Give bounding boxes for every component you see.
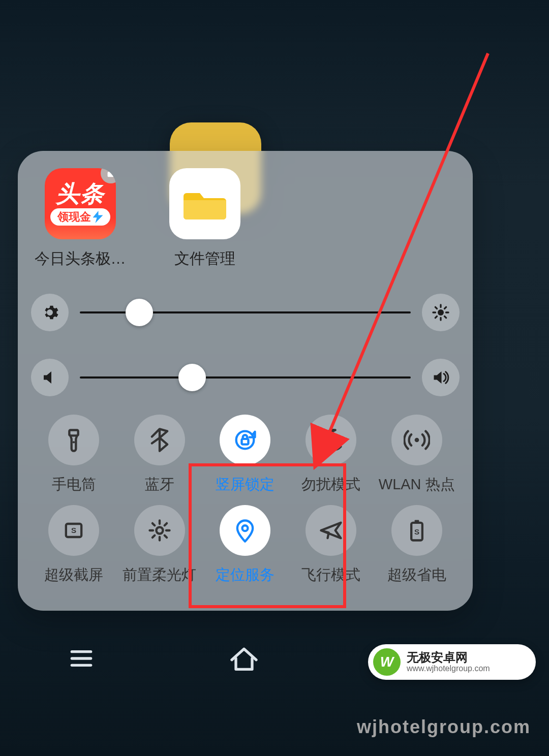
svg-rect-12: [242, 439, 249, 445]
rotation-lock-icon: [232, 427, 258, 453]
toggle-flashlight[interactable]: 手电筒: [31, 415, 117, 495]
watermark-logo-icon: W: [373, 648, 401, 676]
wallpaper: 头条 领现金 今日头条极…: [0, 0, 549, 756]
svg-text:S: S: [414, 527, 419, 536]
toggle-label: 超级截屏: [44, 565, 103, 585]
svg-point-13: [414, 438, 419, 443]
nav-recents-button[interactable]: [65, 642, 98, 677]
toggle-label: 蓝牙: [145, 475, 174, 495]
bluetooth-icon: [146, 427, 173, 453]
watermark-chip: W 无极安卓网 www.wjhotelgroup.com: [368, 644, 536, 680]
svg-point-10: [73, 441, 75, 443]
volume-mute-button[interactable]: [31, 359, 69, 396]
battery-saver-icon: S: [404, 517, 430, 544]
app-toutiao[interactable]: 头条 领现金 今日头条极…: [38, 168, 122, 269]
flashlight-icon: [60, 427, 87, 453]
toggle-rotation-lock[interactable]: 竖屏锁定: [202, 415, 288, 495]
toggle-screenshot[interactable]: S 超级截屏: [31, 505, 117, 585]
toggle-power-saving[interactable]: S 超级省电: [374, 505, 460, 585]
svg-line-21: [152, 523, 155, 525]
toggle-bluetooth[interactable]: 蓝牙: [117, 415, 203, 495]
volume-slider[interactable]: [80, 359, 411, 396]
svg-rect-27: [414, 520, 419, 522]
toggle-location[interactable]: 定位服务: [202, 505, 288, 585]
watermark-url: wjhotelgroup.com: [357, 716, 531, 738]
brightness-slider[interactable]: [80, 294, 411, 331]
svg-line-8: [445, 307, 446, 308]
toggle-label: WLAN 热点: [379, 475, 455, 495]
volume-row: [31, 359, 460, 396]
folder-icon: [169, 168, 240, 239]
brightness-row: [31, 294, 460, 331]
toggle-label: 前置柔光灯: [123, 565, 196, 585]
toggle-label: 手电筒: [52, 475, 96, 495]
home-icon: [228, 642, 260, 675]
settings-button[interactable]: [31, 294, 69, 331]
volume-max-button[interactable]: [422, 359, 460, 396]
quick-settings-panel: 头条 领现金 今日头条极…: [18, 151, 473, 611]
toggle-label: 竖屏锁定: [216, 475, 274, 495]
toutiao-logo-text: 头条: [56, 182, 105, 205]
location-pin-icon: [232, 517, 258, 544]
brightness-max-button[interactable]: [422, 294, 460, 331]
svg-line-22: [165, 536, 167, 538]
volume-high-icon: [432, 368, 450, 387]
toggle-hotspot[interactable]: WLAN 热点: [374, 415, 460, 495]
toggle-label: 超级省电: [387, 565, 446, 585]
toggles-grid: 手电筒 蓝牙 竖屏锁定 勿扰模式 WLAN 热点 S 超级截屏: [31, 415, 460, 585]
app-file-manager[interactable]: 文件管理: [163, 168, 247, 269]
hotspot-icon: [404, 427, 430, 453]
watermark-subtitle: www.wjhotelgroup.com: [407, 664, 490, 673]
svg-line-6: [445, 317, 446, 318]
svg-point-0: [438, 309, 444, 316]
recent-apps-row: 头条 领现金 今日头条极…: [31, 168, 460, 269]
toggle-front-light[interactable]: 前置柔光灯: [117, 505, 203, 585]
app-icon-toutiao: 头条 领现金: [45, 168, 116, 239]
app-label: 文件管理: [174, 248, 235, 269]
airplane-icon: [318, 517, 344, 544]
toggle-dnd[interactable]: 勿扰模式: [288, 415, 374, 495]
front-light-icon: [146, 517, 173, 544]
svg-point-25: [242, 525, 248, 531]
toggle-label: 定位服务: [216, 565, 274, 585]
brightness-icon: [432, 303, 450, 322]
toggle-airplane[interactable]: 飞行模式: [288, 505, 374, 585]
svg-line-23: [152, 536, 155, 538]
svg-line-7: [435, 317, 437, 318]
svg-point-16: [156, 527, 163, 534]
svg-text:S: S: [71, 526, 76, 534]
screenshot-icon: S: [60, 517, 87, 544]
svg-line-24: [165, 523, 167, 525]
recents-icon: [65, 642, 98, 675]
volume-low-icon: [41, 368, 59, 387]
gear-icon: [41, 303, 59, 322]
nav-home-button[interactable]: [228, 642, 260, 677]
watermark-title: 无极安卓网: [407, 651, 490, 664]
toggle-label: 飞行模式: [301, 565, 360, 585]
toggle-label: 勿扰模式: [301, 475, 360, 495]
svg-line-5: [435, 307, 437, 308]
moon-icon: [318, 427, 344, 453]
app-label: 今日头条极…: [35, 248, 126, 269]
toutiao-bonus-badge: 领现金: [50, 208, 110, 226]
